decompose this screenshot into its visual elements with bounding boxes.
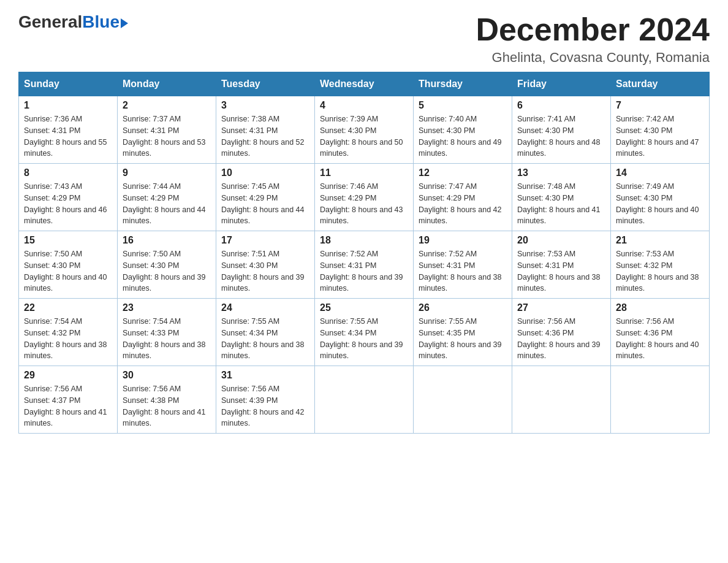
logo-blue-text: Blue: [82, 12, 119, 32]
calendar-cell: 24Sunrise: 7:55 AMSunset: 4:34 PMDayligh…: [216, 299, 315, 366]
day-info: Sunrise: 7:46 AMSunset: 4:29 PMDaylight:…: [320, 181, 408, 227]
calendar-cell: 12Sunrise: 7:47 AMSunset: 4:29 PMDayligh…: [414, 164, 512, 231]
day-info: Sunrise: 7:45 AMSunset: 4:29 PMDaylight:…: [221, 181, 309, 227]
calendar-cell: 21Sunrise: 7:53 AMSunset: 4:32 PMDayligh…: [611, 231, 710, 299]
day-number: 17: [221, 235, 309, 246]
calendar-cell: 30Sunrise: 7:56 AMSunset: 4:38 PMDayligh…: [118, 366, 216, 434]
day-number: 20: [517, 235, 605, 246]
day-info: Sunrise: 7:44 AMSunset: 4:29 PMDaylight:…: [123, 181, 211, 227]
day-info: Sunrise: 7:55 AMSunset: 4:35 PMDaylight:…: [419, 316, 507, 362]
day-number: 3: [221, 100, 309, 111]
weekday-header-wednesday: Wednesday: [315, 72, 414, 96]
calendar-cell: 13Sunrise: 7:48 AMSunset: 4:30 PMDayligh…: [512, 164, 611, 231]
logo-general-text: General: [18, 12, 82, 32]
day-number: 9: [123, 167, 211, 178]
calendar-cell: [414, 366, 512, 434]
day-number: 21: [616, 235, 704, 246]
day-info: Sunrise: 7:56 AMSunset: 4:36 PMDaylight:…: [616, 316, 704, 362]
calendar-cell: 7Sunrise: 7:42 AMSunset: 4:30 PMDaylight…: [611, 96, 710, 164]
day-info: Sunrise: 7:36 AMSunset: 4:31 PMDaylight:…: [24, 113, 112, 159]
weekday-header-friday: Friday: [512, 72, 611, 96]
day-info: Sunrise: 7:54 AMSunset: 4:32 PMDaylight:…: [24, 316, 112, 362]
weekday-header-sunday: Sunday: [19, 72, 118, 96]
calendar-cell: 11Sunrise: 7:46 AMSunset: 4:29 PMDayligh…: [315, 164, 414, 231]
logo: General Blue: [18, 12, 128, 32]
calendar-week-row: 29Sunrise: 7:56 AMSunset: 4:37 PMDayligh…: [19, 366, 710, 434]
title-section: December 2024 Ghelinta, Covasna County, …: [476, 12, 710, 66]
calendar-table: SundayMondayTuesdayWednesdayThursdayFrid…: [18, 72, 710, 434]
day-info: Sunrise: 7:56 AMSunset: 4:36 PMDaylight:…: [517, 316, 605, 362]
calendar-cell: 6Sunrise: 7:41 AMSunset: 4:30 PMDaylight…: [512, 96, 611, 164]
day-number: 22: [24, 302, 112, 313]
day-info: Sunrise: 7:43 AMSunset: 4:29 PMDaylight:…: [24, 181, 112, 227]
weekday-header-thursday: Thursday: [414, 72, 512, 96]
calendar-cell: 20Sunrise: 7:53 AMSunset: 4:31 PMDayligh…: [512, 231, 611, 299]
day-number: 10: [221, 167, 309, 178]
day-number: 1: [24, 100, 112, 111]
logo-arrow-icon: [121, 18, 128, 28]
day-info: Sunrise: 7:50 AMSunset: 4:30 PMDaylight:…: [123, 248, 211, 294]
day-number: 27: [517, 302, 605, 313]
day-info: Sunrise: 7:51 AMSunset: 4:30 PMDaylight:…: [221, 248, 309, 294]
calendar-cell: 25Sunrise: 7:55 AMSunset: 4:34 PMDayligh…: [315, 299, 414, 366]
day-number: 29: [24, 370, 112, 381]
day-number: 30: [123, 370, 211, 381]
day-number: 23: [123, 302, 211, 313]
day-info: Sunrise: 7:47 AMSunset: 4:29 PMDaylight:…: [419, 181, 507, 227]
day-info: Sunrise: 7:56 AMSunset: 4:38 PMDaylight:…: [123, 383, 211, 429]
day-number: 28: [616, 302, 704, 313]
day-info: Sunrise: 7:49 AMSunset: 4:30 PMDaylight:…: [616, 181, 704, 227]
day-number: 7: [616, 100, 704, 111]
day-number: 8: [24, 167, 112, 178]
calendar-week-row: 22Sunrise: 7:54 AMSunset: 4:32 PMDayligh…: [19, 299, 710, 366]
weekday-header-tuesday: Tuesday: [216, 72, 315, 96]
calendar-cell: [611, 366, 710, 434]
day-info: Sunrise: 7:38 AMSunset: 4:31 PMDaylight:…: [221, 113, 309, 159]
weekday-header-monday: Monday: [118, 72, 216, 96]
calendar-cell: 23Sunrise: 7:54 AMSunset: 4:33 PMDayligh…: [118, 299, 216, 366]
day-info: Sunrise: 7:53 AMSunset: 4:32 PMDaylight:…: [616, 248, 704, 294]
calendar-cell: 26Sunrise: 7:55 AMSunset: 4:35 PMDayligh…: [414, 299, 512, 366]
calendar-cell: 8Sunrise: 7:43 AMSunset: 4:29 PMDaylight…: [19, 164, 118, 231]
day-number: 6: [517, 100, 605, 111]
day-info: Sunrise: 7:55 AMSunset: 4:34 PMDaylight:…: [320, 316, 408, 362]
calendar-cell: 29Sunrise: 7:56 AMSunset: 4:37 PMDayligh…: [19, 366, 118, 434]
day-number: 4: [320, 100, 408, 111]
day-info: Sunrise: 7:48 AMSunset: 4:30 PMDaylight:…: [517, 181, 605, 227]
day-number: 18: [320, 235, 408, 246]
day-number: 5: [419, 100, 507, 111]
calendar-cell: 10Sunrise: 7:45 AMSunset: 4:29 PMDayligh…: [216, 164, 315, 231]
day-number: 19: [419, 235, 507, 246]
calendar-cell: 5Sunrise: 7:40 AMSunset: 4:30 PMDaylight…: [414, 96, 512, 164]
calendar-cell: 4Sunrise: 7:39 AMSunset: 4:30 PMDaylight…: [315, 96, 414, 164]
calendar-cell: 1Sunrise: 7:36 AMSunset: 4:31 PMDaylight…: [19, 96, 118, 164]
day-info: Sunrise: 7:37 AMSunset: 4:31 PMDaylight:…: [123, 113, 211, 159]
day-info: Sunrise: 7:41 AMSunset: 4:30 PMDaylight:…: [517, 113, 605, 159]
calendar-cell: 22Sunrise: 7:54 AMSunset: 4:32 PMDayligh…: [19, 299, 118, 366]
day-info: Sunrise: 7:55 AMSunset: 4:34 PMDaylight:…: [221, 316, 309, 362]
weekday-header-saturday: Saturday: [611, 72, 710, 96]
calendar-cell: [512, 366, 611, 434]
day-number: 24: [221, 302, 309, 313]
day-info: Sunrise: 7:56 AMSunset: 4:37 PMDaylight:…: [24, 383, 112, 429]
day-info: Sunrise: 7:52 AMSunset: 4:31 PMDaylight:…: [419, 248, 507, 294]
day-info: Sunrise: 7:53 AMSunset: 4:31 PMDaylight:…: [517, 248, 605, 294]
calendar-cell: 16Sunrise: 7:50 AMSunset: 4:30 PMDayligh…: [118, 231, 216, 299]
calendar-cell: 28Sunrise: 7:56 AMSunset: 4:36 PMDayligh…: [611, 299, 710, 366]
day-number: 11: [320, 167, 408, 178]
calendar-week-row: 8Sunrise: 7:43 AMSunset: 4:29 PMDaylight…: [19, 164, 710, 231]
day-number: 31: [221, 370, 309, 381]
calendar-cell: 19Sunrise: 7:52 AMSunset: 4:31 PMDayligh…: [414, 231, 512, 299]
calendar-cell: [315, 366, 414, 434]
calendar-cell: 14Sunrise: 7:49 AMSunset: 4:30 PMDayligh…: [611, 164, 710, 231]
weekday-header-row: SundayMondayTuesdayWednesdayThursdayFrid…: [19, 72, 710, 96]
day-info: Sunrise: 7:50 AMSunset: 4:30 PMDaylight:…: [24, 248, 112, 294]
day-info: Sunrise: 7:56 AMSunset: 4:39 PMDaylight:…: [221, 383, 309, 429]
day-info: Sunrise: 7:40 AMSunset: 4:30 PMDaylight:…: [419, 113, 507, 159]
page-header: General Blue December 2024 Ghelinta, Cov…: [18, 12, 710, 66]
day-info: Sunrise: 7:54 AMSunset: 4:33 PMDaylight:…: [123, 316, 211, 362]
calendar-cell: 3Sunrise: 7:38 AMSunset: 4:31 PMDaylight…: [216, 96, 315, 164]
month-title: December 2024: [476, 12, 710, 47]
day-info: Sunrise: 7:42 AMSunset: 4:30 PMDaylight:…: [616, 113, 704, 159]
day-number: 25: [320, 302, 408, 313]
